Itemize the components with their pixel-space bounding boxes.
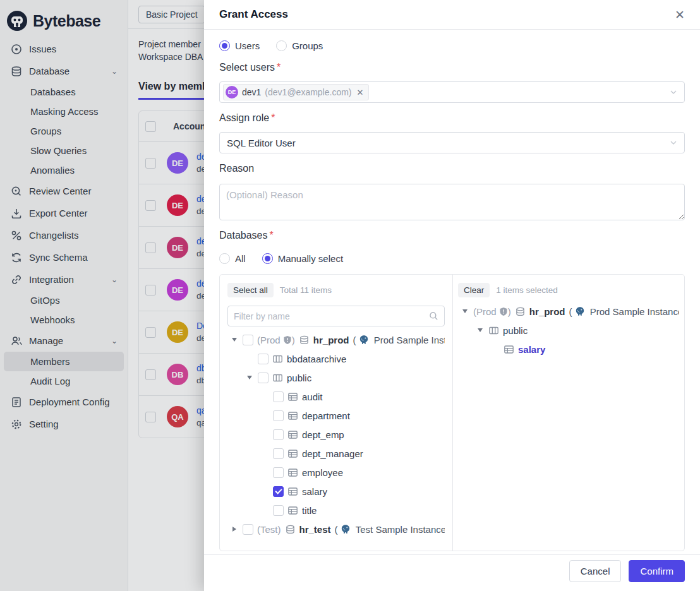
node-label: public xyxy=(287,373,311,383)
grant-access-modal: Grant Access ✕ Users Groups Select users… xyxy=(204,0,700,591)
db-small-icon xyxy=(285,524,296,535)
radio-manual-control[interactable] xyxy=(262,253,273,264)
caret-down-icon[interactable] xyxy=(476,328,485,332)
tree-node-audit[interactable]: audit xyxy=(227,387,445,406)
node-checkbox[interactable] xyxy=(243,524,253,535)
avatar: DE xyxy=(226,86,238,98)
node-label: salary xyxy=(302,486,327,497)
schema-icon xyxy=(272,354,283,364)
node-label: dept_emp xyxy=(302,429,344,440)
node-checkbox[interactable] xyxy=(273,505,284,516)
tree-node-salary[interactable]: salary xyxy=(458,340,679,359)
reason-textarea[interactable] xyxy=(219,184,685,220)
node-label: audit xyxy=(302,391,323,402)
selector-source-pane: Select all Total 11 items (Prod )hr_prod… xyxy=(220,275,453,551)
caret-right-icon[interactable] xyxy=(230,527,239,532)
tree-node-department[interactable]: department xyxy=(227,406,445,425)
node-checkbox[interactable] xyxy=(273,410,284,421)
selector-selected-toolbar: Clear 1 items selected xyxy=(458,282,679,298)
modal-body: Users Groups Select users* DE dev1 (dev1… xyxy=(204,30,700,554)
tree-node-hr_test[interactable]: (Test)hr_test( Test Sample Instance) xyxy=(227,520,445,539)
radio-manually-select[interactable]: Manually select xyxy=(262,253,343,264)
assign-role-select[interactable]: SQL Editor User xyxy=(219,132,685,153)
node-label: bbdataarchive xyxy=(287,354,346,364)
caret-down-icon[interactable] xyxy=(230,338,239,342)
node-label: public xyxy=(503,325,528,336)
remove-user-icon[interactable]: ✕ xyxy=(357,88,364,97)
search-icon xyxy=(429,311,438,321)
tree-node-hr_prod[interactable]: (Prod )hr_prod( Prod Sample Instance) xyxy=(458,302,679,321)
radio-groups[interactable]: Groups xyxy=(276,40,323,51)
node-label: department xyxy=(302,410,350,421)
selected-user-chip: DE dev1 (dev1@example.com) ✕ xyxy=(223,84,369,100)
radio-all-label: All xyxy=(235,253,246,264)
reason-label: Reason xyxy=(219,163,685,174)
confirm-button[interactable]: Confirm xyxy=(629,560,685,582)
node-checkbox[interactable] xyxy=(273,429,284,440)
node-checkbox[interactable] xyxy=(273,448,284,459)
selector-source-toolbar: Select all Total 11 items xyxy=(227,282,445,298)
tree-node-dept_manager[interactable]: dept_manager xyxy=(227,444,445,463)
radio-all-control[interactable] xyxy=(219,253,230,264)
tree-node-salary[interactable]: salary xyxy=(227,482,445,501)
caret-down-icon[interactable] xyxy=(245,376,254,379)
node-label: hr_prod xyxy=(313,335,349,345)
node-checkbox[interactable] xyxy=(273,467,284,478)
table-icon xyxy=(287,467,298,478)
table-icon xyxy=(287,391,298,402)
node-checkbox[interactable] xyxy=(273,391,284,402)
radio-users[interactable]: Users xyxy=(219,40,260,51)
table-icon xyxy=(287,505,298,516)
radio-users-control[interactable] xyxy=(219,40,230,51)
caret-down-icon[interactable] xyxy=(461,309,469,313)
select-users-field[interactable]: DE dev1 (dev1@example.com) ✕ xyxy=(219,81,685,103)
node-label: title xyxy=(302,505,317,516)
filter-input[interactable] xyxy=(234,311,429,321)
node-label: dept_manager xyxy=(302,448,363,459)
required-asterisk: * xyxy=(270,230,274,241)
node-checkbox[interactable] xyxy=(273,486,284,497)
environment-badge: (Prod ) xyxy=(257,335,295,345)
tree-node-bbdataarchive[interactable]: bbdataarchive xyxy=(227,349,445,368)
environment-badge: (Test) xyxy=(257,524,281,535)
tree-node-dept_emp[interactable]: dept_emp xyxy=(227,425,445,444)
node-checkbox[interactable] xyxy=(258,373,269,383)
instance-label: ( Prod Sample Instance) xyxy=(569,306,679,317)
table-icon xyxy=(504,344,514,355)
instance-label: ( Prod Sample Instance) xyxy=(353,335,445,345)
table-icon xyxy=(287,429,298,440)
select-all-button[interactable]: Select all xyxy=(227,283,274,297)
tree-node-public[interactable]: public xyxy=(227,368,445,387)
selected-items-tree: (Prod )hr_prod( Prod Sample Instance)pub… xyxy=(458,302,679,359)
cancel-button[interactable]: Cancel xyxy=(569,560,622,582)
database-tree: (Prod )hr_prod( Prod Sample Instance)bbd… xyxy=(227,330,445,539)
radio-users-label: Users xyxy=(235,40,260,51)
node-label: salary xyxy=(518,344,545,355)
modal-title: Grant Access xyxy=(219,8,288,21)
radio-groups-control[interactable] xyxy=(276,40,287,51)
db-small-icon xyxy=(515,306,526,317)
radio-manual-label: Manually select xyxy=(278,253,343,264)
modal-footer: Cancel Confirm xyxy=(204,554,700,591)
instance-label: ( Test Sample Instance) xyxy=(335,524,445,535)
filter-field[interactable] xyxy=(227,306,445,326)
databases-label: Databases* xyxy=(219,230,685,241)
node-label: hr_prod xyxy=(529,306,565,317)
chevron-down-icon xyxy=(669,138,678,147)
databases-scope-radio-group: All Manually select xyxy=(219,251,685,265)
table-icon xyxy=(287,486,298,497)
tree-node-title[interactable]: title xyxy=(227,501,445,520)
selector-selected-pane: Clear 1 items selected (Prod )hr_prod( P… xyxy=(453,275,684,551)
node-checkbox[interactable] xyxy=(258,354,269,364)
close-icon[interactable]: ✕ xyxy=(675,9,685,21)
node-checkbox[interactable] xyxy=(243,335,253,345)
schema-icon xyxy=(272,373,283,383)
schema-icon xyxy=(488,325,499,336)
radio-all-databases[interactable]: All xyxy=(219,253,246,264)
chevron-down-icon xyxy=(669,88,678,97)
tree-node-employee[interactable]: employee xyxy=(227,463,445,482)
tree-node-public[interactable]: public xyxy=(458,321,679,340)
clear-button[interactable]: Clear xyxy=(458,283,490,297)
tree-node-hr_prod[interactable]: (Prod )hr_prod( Prod Sample Instance) xyxy=(227,330,445,349)
required-asterisk: * xyxy=(271,112,275,123)
